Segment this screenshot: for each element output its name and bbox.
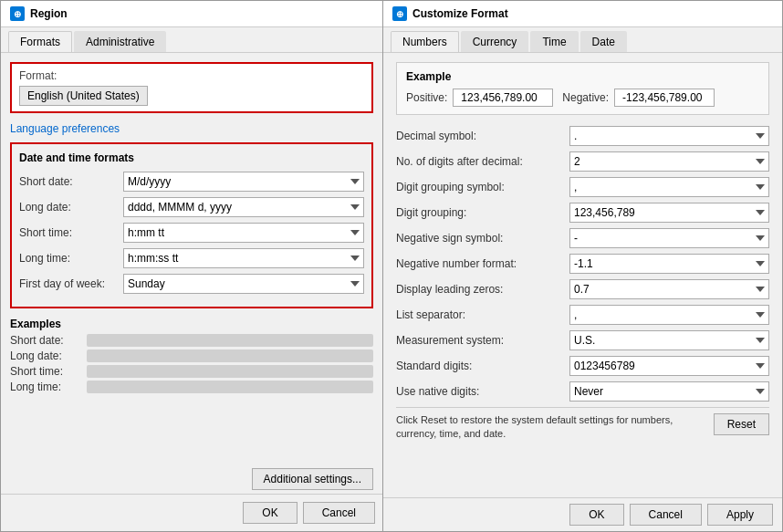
first-day-select[interactable]: Sunday [123, 274, 364, 294]
format-label: Format: [19, 69, 364, 82]
customize-tab-bar: Numbers Currency Time Date [383, 27, 782, 53]
use-native-digits-label: Use native digits: [396, 385, 569, 398]
display-leading-zeros-label: Display leading zeros: [396, 283, 569, 296]
decimal-symbol-label: Decimal symbol: [396, 130, 569, 142]
format-box: Format: English (United States) [10, 62, 373, 113]
list-separator-select[interactable]: , [569, 305, 769, 325]
ex-short-date-label: Short date: [10, 334, 83, 347]
list-separator-row: List separator: , [396, 305, 769, 325]
region-ok-button[interactable]: OK [243, 502, 297, 524]
short-date-row: Short date: M/d/yyyy [19, 172, 364, 192]
negative-sign-row: Negative sign symbol: - [396, 228, 769, 248]
ex-short-time-value [87, 365, 373, 378]
ex-long-time: Long time: [10, 381, 373, 393]
example-title: Example [406, 70, 759, 83]
region-titlebar: ⊕ Region [1, 1, 382, 27]
reset-text: Click Reset to restore the system defaul… [396, 413, 705, 442]
standard-digits-select[interactable]: 0123456789 [569, 356, 769, 376]
digit-grouping-label: Digit grouping: [396, 206, 569, 219]
customize-apply-button[interactable]: Apply [707, 504, 773, 526]
language-link[interactable]: Language preferences [10, 122, 120, 135]
tab-administrative[interactable]: Administrative [74, 31, 166, 52]
long-time-row: Long time: h:mm:ss tt [19, 248, 364, 268]
additional-row: Additional settings... [1, 464, 382, 494]
region-content: Format: English (United States) Language… [1, 53, 382, 464]
positive-value: 123,456,789.00 [453, 89, 553, 107]
decimal-symbol-row: Decimal symbol: . [396, 126, 769, 146]
negative-number-format-select[interactable]: -1.1 [569, 254, 769, 274]
digit-grouping-symbol-select[interactable]: , [569, 177, 769, 197]
examples-section: Examples Short date: Long date: Short ti… [10, 318, 373, 393]
short-date-label: Short date: [19, 175, 120, 188]
ex-long-date-value [87, 349, 373, 362]
reset-row: Click Reset to restore the system defaul… [396, 407, 769, 447]
tab-date[interactable]: Date [580, 31, 627, 52]
ex-short-date: Short date: [10, 334, 373, 347]
ex-long-time-label: Long time: [10, 381, 83, 393]
short-time-label: Short time: [19, 226, 120, 239]
measurement-system-row: Measurement system: U.S. [396, 330, 769, 350]
positive-label: Positive: [406, 91, 447, 104]
digits-after-decimal-select[interactable]: 2 [569, 151, 769, 172]
long-date-label: Long date: [19, 201, 120, 214]
display-leading-zeros-row: Display leading zeros: 0.7 [396, 279, 769, 299]
positive-example: Positive: 123,456,789.00 [406, 89, 553, 107]
first-day-label: First day of week: [19, 277, 120, 290]
negative-example: Negative: -123,456,789.00 [562, 89, 715, 107]
region-icon: ⊕ [10, 6, 25, 21]
tab-formats[interactable]: Formats [8, 31, 72, 52]
digit-grouping-row: Digit grouping: 123,456,789 [396, 203, 769, 223]
tab-time[interactable]: Time [530, 31, 578, 52]
negative-label: Negative: [562, 91, 609, 104]
reset-button[interactable]: Reset [714, 413, 769, 435]
display-leading-zeros-select[interactable]: 0.7 [569, 279, 769, 299]
additional-settings-button[interactable]: Additional settings... [252, 468, 373, 490]
customize-icon: ⊕ [392, 6, 407, 21]
region-bottom-buttons: OK Cancel [1, 494, 382, 531]
example-row: Positive: 123,456,789.00 Negative: -123,… [406, 89, 759, 107]
negative-sign-select[interactable]: - [569, 228, 769, 248]
ex-long-date-label: Long date: [10, 349, 83, 362]
customize-cancel-button[interactable]: Cancel [630, 504, 702, 526]
use-native-digits-row: Use native digits: Never [396, 381, 769, 402]
negative-value: -123,456,789.00 [614, 89, 715, 107]
examples-title: Examples [10, 318, 373, 330]
region-cancel-button[interactable]: Cancel [303, 502, 375, 524]
negative-number-format-row: Negative number format: -1.1 [396, 254, 769, 274]
short-date-select[interactable]: M/d/yyyy [123, 172, 364, 192]
measurement-system-select[interactable]: U.S. [569, 330, 769, 350]
standard-digits-row: Standard digits: 0123456789 [396, 356, 769, 376]
standard-digits-label: Standard digits: [396, 360, 569, 372]
digits-after-decimal-row: No. of digits after decimal: 2 [396, 151, 769, 172]
decimal-symbol-select[interactable]: . [569, 126, 769, 146]
customize-panel: ⊕ Customize Format Numbers Currency Time… [383, 0, 783, 532]
measurement-system-label: Measurement system: [396, 334, 569, 347]
use-native-digits-select[interactable]: Never [569, 381, 769, 402]
customize-ok-button[interactable]: OK [569, 504, 623, 526]
format-value: English (United States) [19, 86, 148, 106]
long-time-select[interactable]: h:mm:ss tt [123, 248, 364, 268]
region-panel: ⊕ Region Formats Administrative Format: … [0, 0, 383, 532]
long-time-label: Long time: [19, 252, 120, 265]
list-separator-label: List separator: [396, 308, 569, 321]
ex-long-time-value [87, 381, 373, 393]
negative-sign-label: Negative sign symbol: [396, 232, 569, 245]
ex-short-time-label: Short time: [10, 365, 83, 378]
ex-long-date: Long date: [10, 349, 373, 362]
region-title: Region [30, 7, 68, 20]
digits-after-decimal-label: No. of digits after decimal: [396, 155, 569, 168]
first-day-row: First day of week: Sunday [19, 274, 364, 294]
tab-numbers[interactable]: Numbers [391, 31, 459, 52]
tab-currency[interactable]: Currency [461, 31, 529, 52]
customize-content: Example Positive: 123,456,789.00 Negativ… [383, 53, 782, 497]
long-date-select[interactable]: dddd, MMMM d, yyyy [123, 197, 364, 217]
digit-grouping-select[interactable]: 123,456,789 [569, 203, 769, 223]
digit-grouping-symbol-label: Digit grouping symbol: [396, 181, 569, 193]
customize-footer: OK Cancel Apply [383, 497, 782, 531]
short-time-select[interactable]: h:mm tt [123, 223, 364, 243]
datetime-title: Date and time formats [19, 151, 364, 164]
example-section: Example Positive: 123,456,789.00 Negativ… [396, 62, 769, 115]
region-tab-bar: Formats Administrative [1, 27, 382, 53]
digit-grouping-symbol-row: Digit grouping symbol: , [396, 177, 769, 197]
ex-short-date-value [87, 334, 373, 347]
